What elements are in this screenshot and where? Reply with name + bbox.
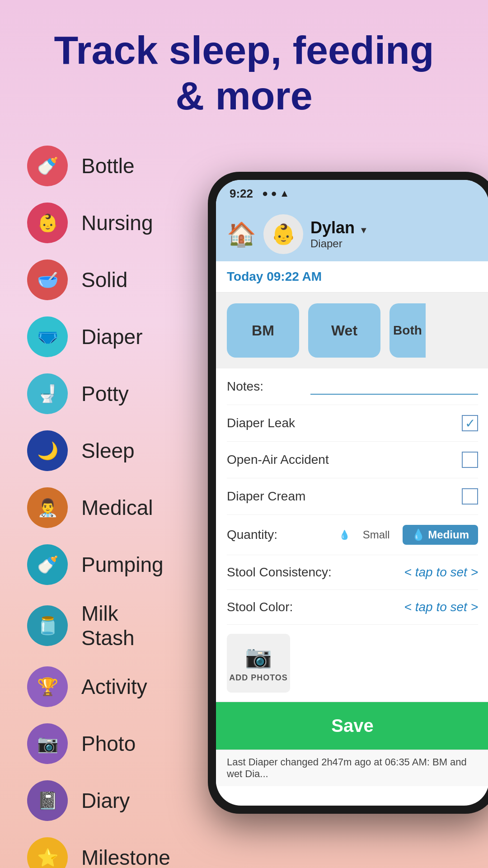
- stool-consistency-value[interactable]: < tap to set >: [404, 565, 478, 580]
- last-diaper-bar: Last Diaper changed 2h47m ago at 06:35 A…: [216, 750, 488, 786]
- diaper-options: BM Wet Both: [216, 292, 488, 368]
- photo-label: Photo: [81, 731, 136, 756]
- diaper-leak-label: Diaper Leak: [227, 416, 462, 430]
- milk-stash-label: Milk Stash: [81, 601, 167, 650]
- user-section: Diaper: [310, 237, 368, 250]
- save-button[interactable]: Save: [331, 716, 373, 736]
- hero-title: Track sleep, feeding & more: [0, 0, 488, 137]
- diaper-label: Diaper: [81, 325, 143, 349]
- feature-item-medical[interactable]: 👨‍⚕️Medical: [27, 487, 167, 528]
- both-button[interactable]: Both: [389, 303, 426, 358]
- feature-item-solid[interactable]: 🥣Solid: [27, 259, 167, 300]
- milk-stash-icon: 🫙: [27, 605, 68, 646]
- feature-item-milk-stash[interactable]: 🫙Milk Stash: [27, 601, 167, 650]
- feature-item-potty[interactable]: 🚽Potty: [27, 373, 167, 414]
- feature-item-photo[interactable]: 📷Photo: [27, 723, 167, 764]
- add-photos-button[interactable]: 📷 ADD PHOTOS: [227, 634, 290, 693]
- bottle-label: Bottle: [81, 154, 135, 178]
- user-info: Dylan ▼ Diaper: [310, 218, 368, 250]
- feature-item-milestone[interactable]: ⭐Milestone: [27, 837, 167, 868]
- save-bar: Save: [216, 702, 488, 750]
- nursing-icon: 👶: [27, 203, 68, 243]
- activity-label: Activity: [81, 675, 147, 699]
- open-air-checkbox[interactable]: [462, 452, 478, 468]
- bottle-icon: 🍼: [27, 146, 68, 186]
- drop-icon: 💧: [339, 529, 350, 540]
- quantity-row: Quantity: 💧 Small 💧 Medium: [227, 515, 478, 555]
- phone-outer: 9:22 ● ● ▲ 🏠 👶 Dylan ▼ Diaper: [208, 172, 488, 814]
- feature-item-activity[interactable]: 🏆Activity: [27, 666, 167, 707]
- open-air-row[interactable]: Open-Air Accident: [227, 442, 478, 478]
- pumping-icon: 🍼: [27, 544, 68, 585]
- stool-consistency-label: Stool Consistency:: [227, 565, 404, 580]
- drop-icon-medium: 💧: [412, 528, 425, 541]
- wet-button[interactable]: Wet: [308, 303, 380, 358]
- nursing-label: Nursing: [81, 211, 153, 235]
- activity-icon: 🏆: [27, 666, 68, 707]
- stool-color-value[interactable]: < tap to set >: [404, 600, 478, 614]
- avatar: 👶: [263, 214, 303, 254]
- form-section: Notes: Diaper Leak ✓ Open-Air Accident: [216, 368, 488, 625]
- stool-color-row[interactable]: Stool Color: < tap to set >: [227, 590, 478, 625]
- diaper-cream-checkbox[interactable]: [462, 488, 478, 505]
- stool-color-label: Stool Color:: [227, 600, 404, 614]
- feature-item-diary[interactable]: 📓Diary: [27, 780, 167, 821]
- feature-item-diaper[interactable]: 🩲Diaper: [27, 316, 167, 357]
- photo-icon: 📷: [27, 723, 68, 764]
- feature-item-bottle[interactable]: 🍼Bottle: [27, 146, 167, 186]
- diaper-icon: 🩲: [27, 316, 68, 357]
- date-header: Today 09:22 AM: [216, 261, 488, 292]
- solid-icon: 🥣: [27, 259, 68, 300]
- potty-icon: 🚽: [27, 373, 68, 414]
- app-wrapper: Track sleep, feeding & more 🍼Bottle👶Nurs…: [0, 0, 488, 868]
- pumping-label: Pumping: [81, 552, 164, 577]
- diaper-leak-row[interactable]: Diaper Leak ✓: [227, 405, 478, 442]
- status-icons: ● ● ▲: [262, 188, 290, 199]
- feature-item-nursing[interactable]: 👶Nursing: [27, 203, 167, 243]
- milestone-label: Milestone: [81, 845, 170, 868]
- status-time: 9:22: [230, 187, 253, 201]
- notes-input[interactable]: [310, 378, 478, 395]
- camera-icon: 📷: [245, 644, 272, 670]
- notes-row: Notes:: [227, 368, 478, 405]
- small-option[interactable]: Small: [356, 525, 397, 545]
- medical-label: Medical: [81, 495, 153, 520]
- notes-label: Notes:: [227, 379, 310, 394]
- milestone-icon: ⭐: [27, 837, 68, 868]
- diaper-cream-row[interactable]: Diaper Cream: [227, 478, 478, 515]
- medium-option[interactable]: 💧 Medium: [403, 525, 478, 545]
- quantity-options: 💧 Small 💧 Medium: [339, 525, 478, 545]
- sleep-label: Sleep: [81, 439, 135, 463]
- dropdown-arrow-icon[interactable]: ▼: [359, 225, 368, 235]
- solid-label: Solid: [81, 268, 127, 292]
- open-air-label: Open-Air Accident: [227, 453, 462, 467]
- medical-icon: 👨‍⚕️: [27, 487, 68, 528]
- sleep-icon: 🌙: [27, 430, 68, 471]
- status-bar: 9:22 ● ● ▲: [216, 180, 488, 207]
- bm-button[interactable]: BM: [227, 303, 299, 358]
- add-photos-label: ADD PHOTOS: [229, 673, 288, 683]
- diary-icon: 📓: [27, 780, 68, 821]
- user-name: Dylan ▼: [310, 218, 368, 237]
- feature-item-sleep[interactable]: 🌙Sleep: [27, 430, 167, 471]
- stool-consistency-row[interactable]: Stool Consistency: < tap to set >: [227, 555, 478, 590]
- photos-section: 📷 ADD PHOTOS: [216, 625, 488, 702]
- diaper-cream-label: Diaper Cream: [227, 489, 462, 504]
- app-header: 🏠 👶 Dylan ▼ Diaper: [216, 207, 488, 261]
- phone-mockup: 9:22 ● ● ▲ 🏠 👶 Dylan ▼ Diaper: [208, 172, 488, 814]
- feature-list: 🍼Bottle👶Nursing🥣Solid🩲Diaper🚽Potty🌙Sleep…: [0, 137, 194, 868]
- diaper-leak-checkbox[interactable]: ✓: [462, 415, 478, 431]
- quantity-label: Quantity:: [227, 528, 339, 542]
- feature-item-pumping[interactable]: 🍼Pumping: [27, 544, 167, 585]
- diary-label: Diary: [81, 788, 130, 813]
- home-icon[interactable]: 🏠: [227, 221, 256, 248]
- phone-screen: 9:22 ● ● ▲ 🏠 👶 Dylan ▼ Diaper: [216, 180, 488, 806]
- avatar-emoji: 👶: [271, 222, 296, 246]
- potty-label: Potty: [81, 382, 129, 406]
